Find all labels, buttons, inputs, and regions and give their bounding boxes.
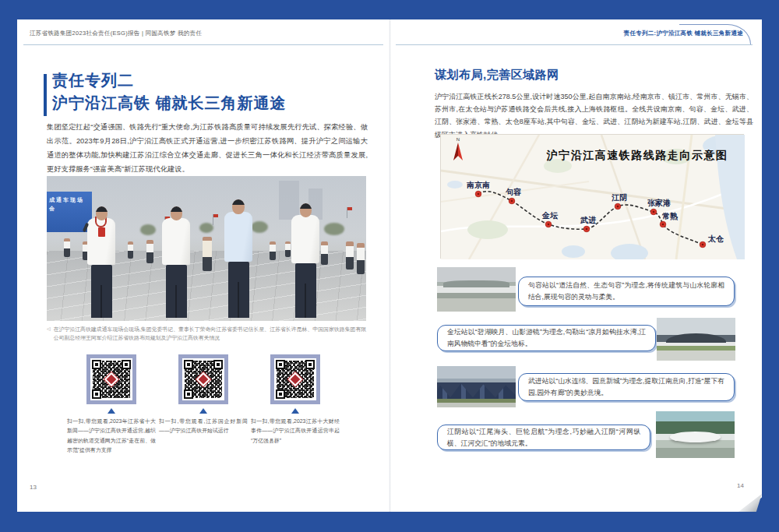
tree	[140, 224, 156, 235]
header-rule-right	[396, 44, 753, 45]
spread-spine	[389, 19, 391, 512]
figure-legs	[91, 265, 112, 318]
station-label-nanjingnan: 南京南	[467, 181, 490, 189]
figure-torso	[224, 212, 252, 262]
route-map-svg: 南京南 句容 金坛 武进 江阴 张家港 常熟 太仓 沪宁沿江高速铁路线路走向示意…	[441, 135, 745, 259]
station-label-wujin: 武进	[580, 216, 596, 224]
intro-paragraph: 集团坚定扛起“交通强国、铁路先行”重大使命,为江苏铁路高质量可持续发展先行先试、…	[47, 121, 368, 176]
page-title-line2: 沪宁沿江高铁 铺就长三角新通途	[52, 92, 287, 115]
photo-caption: ◁ 在沪宁沿江高铁建成通车现场会现场,集团党委书记、董事长丁荣奇向江苏省委书记信…	[47, 325, 369, 343]
qr-code-1	[86, 354, 136, 404]
figure-head	[232, 199, 245, 214]
qr-finder	[92, 360, 101, 369]
qr-block-3: 扫一扫,带您观看,2023江苏十大财经事件——沪宁沿江高铁开通运营串起“万亿强县…	[251, 354, 340, 446]
figure-torso	[162, 218, 190, 265]
figure-head	[96, 206, 108, 220]
jiangyin-station-box: 江阴站以“江尾海头、巨轮启航”为理念,巧妙融入江阴“河网纵横、江河交汇”的地域元…	[437, 425, 650, 450]
tree	[199, 223, 213, 233]
official-figure	[224, 199, 252, 318]
crowd-figure	[203, 237, 212, 271]
wujin-station-box: 武进站以“山水连绵、园意新城”为理念,提取江南意向,打造“屋下有园,园外有廊”的…	[518, 373, 735, 401]
crowd-figure	[285, 241, 291, 257]
figure-legs	[228, 262, 249, 318]
page-number-right: 14	[737, 482, 744, 489]
official-figure-speaker	[87, 206, 115, 318]
photo-caption-text: 在沪宁沿江高铁建成通车现场会现场,集团党委书记、董事长丁荣奇向江苏省委书记信长星…	[54, 325, 369, 343]
page-number-left: 13	[30, 484, 37, 491]
jintan-station-box: 金坛站以“碧湖映月、山影游镜”为理念,勾勒出“凉月如钩挂水湾,江南风物镜中看”的…	[437, 325, 656, 351]
station-label-taicang: 太仓	[707, 234, 724, 243]
qr-finder	[213, 360, 223, 369]
ceremony-photo: 成通车现场会	[47, 176, 366, 321]
map-lake	[447, 181, 463, 188]
running-header-left: 江苏省铁路集团2023社会责任(ESG)报告 | 同圆高铁梦 我的责任	[30, 30, 202, 37]
figure-head	[171, 206, 182, 220]
qr-caption-2: 扫一扫,带您观看,江苏国企好新闻——沪宁沿江高铁开始试运行	[159, 417, 248, 436]
figure-legs	[295, 263, 316, 318]
crowd-figure	[64, 238, 70, 257]
header-rule-left	[23, 44, 383, 45]
section-title: 谋划布局,完善区域路网	[435, 68, 559, 83]
jintan-station-text: 金坛站以“碧湖映月、山影游镜”为理念,勾勒出“凉月如钩挂水湾,江南风物镜中看”的…	[447, 326, 646, 350]
triangle-up-icon	[108, 408, 115, 414]
qr-finder	[184, 389, 193, 399]
map-title: 沪宁沿江高速铁路线路走向示意图	[546, 149, 728, 161]
jurong-station-text: 句容站以“道法自然、生态句容”为理念,将传统建筑与山水轮廓相结合,展现句容的灵动…	[528, 280, 724, 303]
red-badge	[98, 227, 105, 237]
caption-marker-icon: ◁	[47, 325, 51, 343]
official-figure	[291, 203, 319, 318]
qr-block-1: 扫一扫,带您观看,2023年江苏省十大新闻——沪宁沿江高铁开通运营,越织越密的轨…	[67, 354, 156, 456]
running-header-right: 责任专列二:沪宁沿江高铁 铺就长三角新通途	[624, 30, 743, 37]
figure-torso	[87, 218, 115, 265]
map-lake	[562, 245, 585, 258]
crowd-figure	[128, 241, 133, 259]
qr-finder	[305, 360, 315, 369]
jurong-station-photo	[437, 267, 516, 312]
station-label-jiangyin: 江阴	[611, 193, 627, 202]
red-flag	[347, 207, 352, 210]
wujin-station-photo	[437, 366, 516, 407]
jurong-station-box: 句容站以“道法自然、生态句容”为理念,将传统建筑与山水轮廓相结合,展现句容的灵动…	[518, 277, 735, 306]
qr-code-2	[178, 354, 228, 404]
wujin-station-text: 武进站以“山水连绵、园意新城”为理念,提取江南意向,打造“屋下有园,园外有廊”的…	[528, 375, 724, 399]
crowd-figure	[357, 243, 365, 274]
figure-torso	[291, 215, 319, 263]
crowd-figure	[346, 241, 354, 270]
station-label-jintan: 金坛	[541, 211, 559, 220]
figure-head	[300, 203, 312, 217]
qr-block-2: 扫一扫,带您观看,江苏国企好新闻——沪宁沿江高铁开始试运行	[159, 354, 248, 436]
station-label-jurong: 句容	[505, 188, 522, 196]
red-flag	[213, 214, 218, 217]
jiangyin-station-text: 江阴站以“江尾海头、巨轮启航”为理念,巧妙融入江阴“河网纵横、江河交汇”的地域元…	[447, 426, 640, 449]
qr-finder	[276, 389, 285, 399]
qr-finder	[184, 360, 193, 369]
route-map: 南京南 句容 金坛 武进 江阴 张家港 常熟 太仓 沪宁沿江高速铁路线路走向示意…	[440, 134, 744, 259]
qr-finder	[92, 389, 101, 399]
crowd-figure	[321, 241, 328, 265]
tree	[324, 223, 344, 235]
jiangyin-station-photo	[656, 411, 735, 458]
official-figure	[162, 206, 190, 318]
page-title: 责任专列二 沪宁沿江高铁 铺就长三角新通途	[52, 69, 287, 115]
qr-finder	[276, 360, 285, 369]
qr-finder	[122, 360, 131, 369]
qr-caption-1: 扫一扫,带您观看,2023年江苏省十大新闻——沪宁沿江高铁开通运营,越织越密的轨…	[67, 417, 156, 456]
qr-code-3	[270, 354, 320, 404]
triangle-up-icon	[199, 408, 207, 414]
triangle-up-icon	[291, 408, 299, 414]
crowd-figure	[270, 241, 276, 260]
station-label-zhangjiagang: 张家港	[647, 199, 671, 207]
page-title-line1: 责任专列二	[52, 69, 287, 92]
station-label-changshu: 常熟	[662, 212, 678, 220]
tree	[251, 221, 268, 233]
report-spread: 江苏省铁路集团2023社会责任(ESG)报告 | 同圆高铁梦 我的责任 责任专列…	[17, 19, 762, 512]
map-greenspace	[467, 220, 508, 239]
crowd-figure	[146, 240, 153, 263]
report-background: 江苏省铁路集团2023社会责任(ESG)报告 | 同圆高铁梦 我的责任 责任专列…	[0, 0, 779, 532]
figure-legs	[166, 265, 187, 318]
qr-caption-3: 扫一扫,带您观看,2023江苏十大财经事件——沪宁沿江高铁开通运营串起“万亿强县…	[251, 417, 340, 446]
title-accent-bar	[44, 74, 47, 116]
svg-text:N: N	[456, 137, 460, 142]
jintan-station-photo	[657, 318, 735, 361]
